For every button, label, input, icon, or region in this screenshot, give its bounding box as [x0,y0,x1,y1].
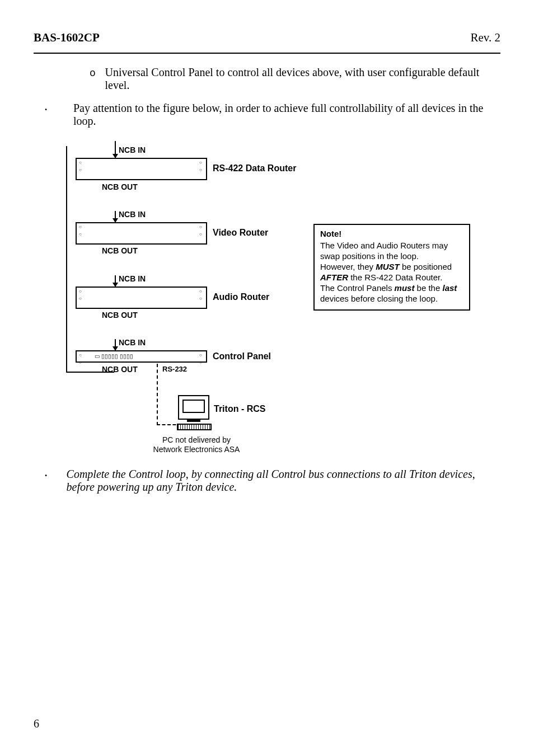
complete-loop-sentence: Complete the Control loop, by connecting… [67,468,475,493]
pc-footnote: PC not delivered by Network Electronics … [138,435,255,454]
header-rule [34,53,500,54]
note-line4c: be the [417,283,443,293]
note-line4a: The Control Panels [320,283,395,293]
ncb-out-2: NCB OUT [102,246,138,255]
note-line2c: be positioned [402,262,452,271]
ncb-in-3: NCB IN [119,274,146,283]
bullet-o-icon: o [90,68,105,79]
ncb-in-2: NCB IN [119,210,146,219]
device-audio-router [76,287,207,309]
bullet-complete-loop: • Complete the Control loop, by connecti… [41,468,500,494]
ncb-out-3: NCB OUT [102,311,138,320]
device-video-router [76,222,207,245]
sub-bullet-universal-panel: o Universal Control Panel to control all… [90,66,500,92]
ports-left [79,161,83,172]
label-rs422-router: RS-422 Data Router [213,163,296,173]
pc-screen [182,400,205,413]
pc-monitor-icon [178,395,209,420]
page-header: BAS-1602CP Rev. 2 [34,31,500,45]
pc-keyboard-icon [177,424,212,430]
arrow-stem-2 [115,211,116,219]
bullet-dot-icon: • [41,472,67,480]
note-line5: devices before closing the loop. [320,294,438,303]
bullet-attention: • Pay attention to the figure below, in … [41,102,500,128]
note-last: last [442,283,457,293]
figure-row: NCB IN RS-422 Data Router NCB OUT NCB IN… [34,141,500,466]
device-rs422-router [76,158,207,180]
pc-footnote-l2: Network Electronics ASA [153,445,240,454]
ports-left [79,225,83,236]
note-must2: must [395,283,417,293]
ports-right [199,289,204,300]
doc-revision: Rev. 2 [471,31,500,45]
label-control-panel: Control Panel [213,351,271,361]
note-title: Note! [320,228,463,239]
doc-model: BAS-1602CP [34,31,100,45]
ports-left [79,353,83,364]
pc-footnote-l1: PC not delivered by [162,435,231,444]
ncb-out-4: NCB OUT [102,365,138,374]
device-control-panel: ▭ ▯▯▯▯▯ ▯▯▯▯ [76,350,207,363]
loop-top-segment [115,141,116,147]
ports-right [199,161,204,172]
label-audio-router: Audio Router [213,292,269,302]
arrow-stem-4 [115,339,116,347]
note-box: Note! The Video and Audio Routers may sw… [313,224,470,311]
ncb-out-1: NCB OUT [102,182,138,191]
label-triton-rcs: Triton - RCS [214,404,265,414]
rs232-cable-vertical [157,364,158,425]
complete-loop-period: . [234,481,237,493]
note-must: MUST [376,262,402,271]
ports-right [199,353,204,364]
note-line1: The Video and Audio Routers may swap pos… [320,241,448,261]
arrow-stem-1 [115,147,116,154]
ports-right [199,225,204,236]
bullet-complete-loop-text: Complete the Control loop, by connecting… [67,468,500,494]
control-panel-display: ▭ ▯▯▯▯▯ ▯▯▯▯ [95,353,133,359]
page-number: 6 [34,717,39,730]
label-rs232: RS-232 [162,365,187,373]
ports-left [79,289,83,300]
bullet-dot-icon: • [41,106,73,114]
note-after: AFTER [320,273,350,282]
pc-stand [187,420,200,422]
bullet-attention-text: Pay attention to the figure below, in or… [73,102,500,128]
ncb-in-1: NCB IN [119,145,146,154]
note-line3b: the RS-422 Data Router. [350,273,442,282]
note-line2a: However, they [320,262,376,271]
label-video-router: Video Router [213,228,268,238]
ncb-in-4: NCB IN [119,338,146,347]
sub-bullet-text: Universal Control Panel to control all d… [105,66,500,92]
loop-diagram: NCB IN RS-422 Data Router NCB OUT NCB IN… [67,141,308,466]
arrow-stem-3 [115,275,116,283]
